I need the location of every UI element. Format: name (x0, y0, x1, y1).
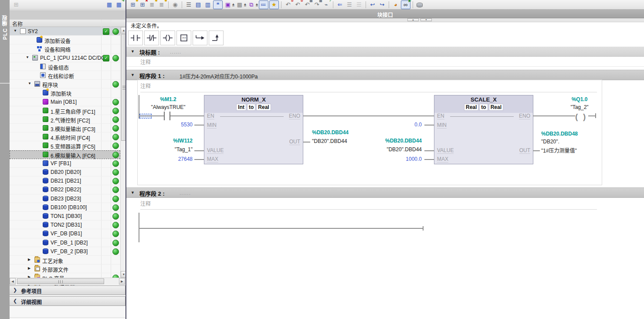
monitor-selection-icon[interactable]: ◕ (391, 1, 400, 9)
expand-statements-icon[interactable]: ☰ (345, 1, 354, 9)
tree-item-9[interactable]: 1.星三角启停 [FC1] (10, 106, 120, 115)
tree-item-17[interactable]: DB21 [DB21] (10, 176, 120, 185)
network-2-title[interactable]: ...... (180, 190, 191, 196)
operand-display-dropdown-icon[interactable]: ▩ (235, 1, 244, 9)
norm-x-block[interactable]: NORM_X InttoReal EN ENO MIN OUT VALUE MA… (204, 95, 303, 164)
tree-item-11[interactable]: 3.模拟量输出 [FC3] (10, 124, 120, 132)
interface-collapse-button[interactable]: ▲ (407, 18, 419, 21)
block-comment-placeholder[interactable]: 注释 (140, 58, 151, 65)
scale-out-tag-line2[interactable]: "1#压力测量值" (541, 146, 577, 154)
tree-item-4[interactable]: 设备组态 (10, 62, 120, 71)
expander-open-icon[interactable]: ▼ (28, 81, 31, 85)
consistency-check-icon[interactable]: ⌁✓ (322, 1, 331, 9)
insert-row-icon[interactable]: ≣✱ (148, 1, 156, 9)
tree-item-24[interactable]: VF_DB_1 [DB2] (10, 238, 120, 247)
copy-start-values-icon[interactable]: ↷▦ (312, 1, 321, 9)
tree-item-16[interactable]: DB20 [DB20] (10, 168, 120, 176)
contact-tag[interactable]: "AlwaysTRUE" (138, 104, 199, 110)
collapse-statements-icon[interactable]: ☰ (355, 1, 363, 9)
tree-item-3[interactable]: ▼PLC_1 [CPU 1214C DC/DC...✓ (10, 54, 120, 62)
scale-x-block[interactable]: SCALE_X RealtoReal EN ENO MIN VALUE OUT … (434, 95, 533, 164)
network-2-comment[interactable]: 注释 (140, 200, 151, 207)
expander-open-icon[interactable]: ▼ (14, 29, 17, 33)
scroll-right-button[interactable]: ▶ (119, 278, 125, 285)
scrollbar-thumb[interactable] (17, 278, 104, 284)
network-1-title[interactable]: 1#压力4-20mA对应压力0-1000Pa (180, 72, 258, 80)
insert-network-icon[interactable]: ⊞✱ (129, 1, 137, 9)
coil-tag[interactable]: "Tag_2" (560, 104, 599, 110)
empty-box-button[interactable]: ?? (176, 31, 191, 45)
tree-item-18[interactable]: DB22 [DB22] (10, 185, 120, 194)
interface-expand-button[interactable]: ▼ (420, 18, 432, 21)
expander-closed-icon[interactable]: ▶ (28, 258, 31, 261)
previous-error-icon[interactable]: ↩ (368, 1, 377, 9)
insert-row-below-icon[interactable]: ≣✱ (157, 1, 166, 9)
collapse-arrow-icon[interactable]: ▼ (131, 73, 135, 77)
load-start-values-icon[interactable]: ↶▦ (303, 1, 312, 9)
discard-change-icon[interactable]: ↶⊗ (284, 1, 292, 9)
tree-item-13[interactable]: 5.变频器运算 [FC5] (10, 141, 120, 150)
monitoring-toggle-icon[interactable]: ∞▶ (401, 0, 410, 9)
tree-item-10[interactable]: 2.气锤控制 [FC2] (10, 115, 120, 124)
io-display-dropdown-icon[interactable]: ▣ (224, 1, 232, 9)
dropdown-indicator-icon[interactable]: ± (244, 3, 246, 7)
tree-item-25[interactable]: VF_DB_2 [DB3] (10, 247, 120, 256)
snapshot-icon[interactable] (415, 1, 424, 9)
network-1-header[interactable]: ▼ 程序段 1 : 1#压力4-20mA对应压力0-1000Pa (126, 70, 644, 80)
expander-open-icon[interactable]: ▼ (26, 55, 29, 59)
next-error-icon[interactable]: ↪ (378, 1, 386, 9)
contact-address[interactable]: %M1.2 (146, 96, 190, 102)
scale-min-value[interactable]: 0.0 (362, 122, 422, 128)
tree-item-5[interactable]: 在线和诊断 (10, 71, 120, 80)
network-2-header[interactable]: ▼ 程序段 2 : ...... (126, 187, 644, 198)
tree-item-6[interactable]: ▼程序块 (10, 80, 120, 88)
dropdown-indicator-icon[interactable]: ± (232, 3, 234, 7)
scroll-left-button[interactable]: ◀ (10, 278, 16, 285)
scale-value-address[interactable]: %DB20.DBD44 (362, 138, 422, 144)
tree-item-23[interactable]: VF_DB [DB1] (10, 229, 120, 238)
coil-address[interactable]: %Q1.0 (560, 96, 599, 102)
reference-projects-bar[interactable]: ❯ 参考项目 (10, 285, 125, 295)
norm-value-address[interactable]: %IW112 (140, 138, 193, 144)
tree-name-column-header[interactable]: 名称 (10, 20, 125, 27)
norm-out-address[interactable]: %DB20.DBD44 (312, 129, 349, 136)
scale-out-tag-line1[interactable]: "DB20". (541, 139, 559, 145)
norm-value-tag[interactable]: "Tag_1" (140, 146, 193, 153)
scale-out-address[interactable]: %DB20.DBD48 (541, 131, 578, 137)
export-table-icon[interactable]: ▦➜ (115, 1, 123, 9)
type-to[interactable]: Real (256, 104, 271, 111)
close-branch-button[interactable] (209, 31, 224, 45)
tree-item-21[interactable]: TON1 [DB30] (10, 212, 120, 221)
tree-horizontal-scrollbar[interactable]: ◀ ▶ (10, 278, 126, 285)
details-view-bar[interactable]: ❮ 详细视图 (10, 296, 125, 306)
cross-reference-icon[interactable]: ⇐ (336, 1, 344, 9)
add-new-icon[interactable]: ⊞ (12, 1, 20, 9)
scale-value-tag[interactable]: "DB20".DBD44 (362, 146, 422, 153)
collapse-arrow-icon[interactable]: ▼ (131, 190, 135, 195)
tree-item-22[interactable]: TON2 [DB31] (10, 221, 120, 229)
expander-closed-icon[interactable]: ▶ (28, 266, 31, 270)
pin-icon[interactable]: ◉ (171, 1, 180, 9)
delete-network-icon[interactable]: ⊞✖ (138, 1, 147, 9)
tree-item-26[interactable]: ▶工艺对象 (10, 256, 120, 265)
block-title-row[interactable]: ▼ 块标题 : ...... (126, 47, 644, 57)
network-1-comment[interactable]: 注释 (140, 82, 151, 89)
tree-item-0[interactable]: ▼SY2✓ (10, 27, 120, 36)
favorites-toggle-icon[interactable]: ★ (269, 0, 279, 9)
tree-item-15[interactable]: VF [FB1] (10, 159, 120, 168)
tree-item-8[interactable]: Main [OB1] (10, 98, 120, 106)
absolute-operands-toggle-icon[interactable]: ≔ (259, 0, 268, 9)
comments-toggle-icon[interactable]: ❝ (213, 0, 223, 9)
table-view-icon[interactable]: ▦ (105, 1, 114, 9)
discard-all-changes-icon[interactable]: ↶⊗ (293, 1, 302, 9)
tag-display-dropdown-icon[interactable]: ⧉ (247, 1, 256, 9)
collapse-arrow-icon[interactable]: ▼ (131, 49, 135, 54)
norm-min-value[interactable]: 5530 (149, 122, 193, 128)
tree-item-7[interactable]: 添加新块 (10, 88, 120, 97)
outline-icon[interactable]: ☰ (184, 1, 193, 9)
tree-item-14[interactable]: 6.模拟量输入 [FC6] (10, 150, 120, 159)
norm-out-tag[interactable]: "DB20".DBD44 (312, 138, 347, 144)
collapse-networks-icon[interactable]: ▥ (203, 1, 212, 9)
expand-networks-icon[interactable]: ▤ (194, 1, 203, 9)
tree-item-19[interactable]: DB23 [DB23] (10, 194, 120, 203)
